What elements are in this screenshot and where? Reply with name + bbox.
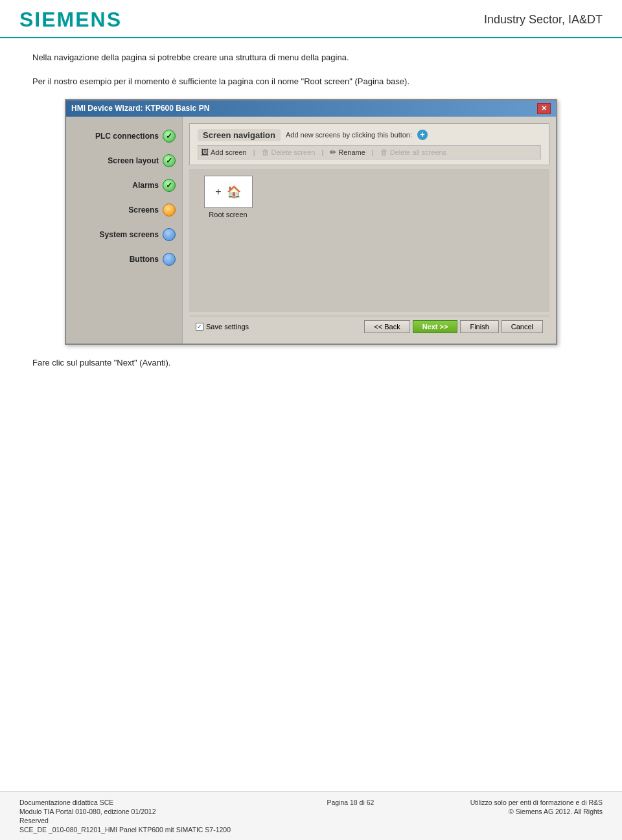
- sidebar-item-screens[interactable]: Screens: [73, 204, 176, 216]
- header-title: Industry Sector, IA&DT: [484, 13, 603, 27]
- root-screen-label: Root screen: [209, 211, 247, 218]
- delete-all-icon: 🗑: [380, 148, 388, 157]
- hmi-wizard-dialog: HMI Device Wizard: KTP600 Basic PN ✕ PLC…: [65, 99, 557, 345]
- cancel-button[interactable]: Cancel: [501, 320, 543, 333]
- add-screen-label: Add screen: [211, 148, 247, 156]
- sidebar-item-alarms[interactable]: Alarms ✓: [73, 179, 176, 192]
- page-header: SIEMENS Industry Sector, IA&DT: [0, 0, 622, 38]
- footer-copyright: © Siemens AG 2012. All Rights: [470, 808, 603, 815]
- dialog-title: HMI Device Wizard: KTP600 Basic PN: [71, 104, 209, 113]
- thumb-plus-icon: +: [215, 186, 221, 198]
- delete-screen-label: Delete screen: [271, 148, 316, 156]
- sidebar-item-buttons[interactable]: Buttons: [73, 253, 176, 266]
- sidebar-item-system-screens[interactable]: System screens: [73, 228, 176, 241]
- dialog-main-area: Screen navigation Add new screens by cli…: [183, 117, 556, 344]
- main-content: Nella navigazione della pagina si potreb…: [0, 38, 622, 380]
- back-button[interactable]: << Back: [364, 320, 409, 333]
- delete-screen-icon: 🗑: [262, 148, 270, 157]
- footer-usage-rights: Utilizzo solo per enti di formazione e d…: [470, 799, 603, 806]
- plc-connections-icon: ✓: [163, 130, 176, 143]
- screen-nav-title: Screen navigation: [198, 129, 281, 141]
- system-screens-icon: [163, 228, 176, 241]
- rename-label: Rename: [338, 148, 365, 156]
- footer-button-group: << Back Next >> Finish Cancel: [364, 320, 543, 333]
- sidebar-label-plc: PLC connections: [95, 132, 159, 141]
- footer-page-number: Pagina 18 di 62: [327, 799, 374, 806]
- sidebar-label-alarms: Alarms: [132, 181, 159, 190]
- delete-all-label: Delete all screens: [390, 148, 446, 156]
- sidebar-label-screen-layout: Screen layout: [108, 156, 159, 165]
- screen-layout-icon: ✓: [163, 154, 176, 167]
- rename-icon: ✏: [330, 148, 336, 157]
- save-settings-row: ✓ Save settings: [196, 323, 249, 331]
- sidebar-label-buttons: Buttons: [130, 255, 159, 264]
- dialog-body: PLC connections ✓ Screen layout ✓ Alarms…: [66, 117, 556, 344]
- canvas-area: + 🏠 Root screen: [189, 169, 549, 312]
- sidebar-label-system-screens: System screens: [100, 230, 159, 239]
- screen-nav-hint: Add new screens by clicking this button:: [286, 131, 412, 139]
- dialog-titlebar: HMI Device Wizard: KTP600 Basic PN ✕: [66, 100, 556, 117]
- screen-toolbar: 🖼 Add screen | 🗑 Delete screen | ✏ Renam…: [198, 145, 541, 159]
- sidebar-label-screens: Screens: [128, 205, 159, 215]
- screens-icon: [163, 204, 176, 216]
- add-screen-icon: 🖼: [201, 148, 209, 157]
- dialog-sidebar: PLC connections ✓ Screen layout ✓ Alarms…: [66, 117, 183, 344]
- intro-line1: Nella navigazione della pagina si potreb…: [32, 51, 590, 65]
- dialog-close-button[interactable]: ✕: [537, 103, 551, 114]
- root-screen-thumb[interactable]: + 🏠 Root screen: [202, 176, 254, 218]
- add-new-screen-icon[interactable]: +: [417, 130, 428, 140]
- thumb-house-icon: 🏠: [227, 185, 241, 199]
- rename-button[interactable]: ✏ Rename: [330, 148, 365, 157]
- footer-reserved: Reserved: [19, 817, 231, 824]
- intro-line2: Per il nostro esempio per il momento è s…: [32, 75, 590, 89]
- alarms-icon: ✓: [163, 179, 176, 192]
- delete-screen-button[interactable]: 🗑 Delete screen: [262, 148, 316, 157]
- dialog-footer: ✓ Save settings << Back Next >> Finish C…: [189, 316, 549, 337]
- sidebar-item-screen-layout[interactable]: Screen layout ✓: [73, 154, 176, 167]
- after-dialog-text: Fare clic sul pulsante "Next" (Avanti).: [32, 358, 590, 368]
- footer-right: Utilizzo solo per enti di formazione e d…: [470, 799, 603, 815]
- page-footer: Documentazione didattica SCE Modulo TIA …: [0, 791, 622, 840]
- add-screen-button[interactable]: 🖼 Add screen: [201, 148, 247, 157]
- root-screen-box: + 🏠: [204, 176, 253, 208]
- save-settings-label: Save settings: [206, 323, 249, 331]
- sidebar-item-plc-connections[interactable]: PLC connections ✓: [73, 130, 176, 143]
- delete-all-button[interactable]: 🗑 Delete all screens: [380, 148, 446, 157]
- footer-left: Documentazione didattica SCE Modulo TIA …: [19, 799, 231, 834]
- siemens-logo: SIEMENS: [19, 8, 122, 32]
- next-button[interactable]: Next >>: [413, 320, 458, 333]
- footer-file-name: SCE_DE _010-080_R1201_HMI Panel KTP600 m…: [19, 826, 231, 834]
- footer-doc-title: Documentazione didattica SCE: [19, 799, 231, 806]
- save-settings-checkbox[interactable]: ✓: [196, 323, 203, 331]
- finish-button[interactable]: Finish: [460, 320, 498, 333]
- buttons-icon: [163, 253, 176, 266]
- footer-module-info: Modulo TIA Portal 010-080, edizione 01/2…: [19, 808, 231, 815]
- screen-nav-panel: Screen navigation Add new screens by cli…: [189, 123, 549, 165]
